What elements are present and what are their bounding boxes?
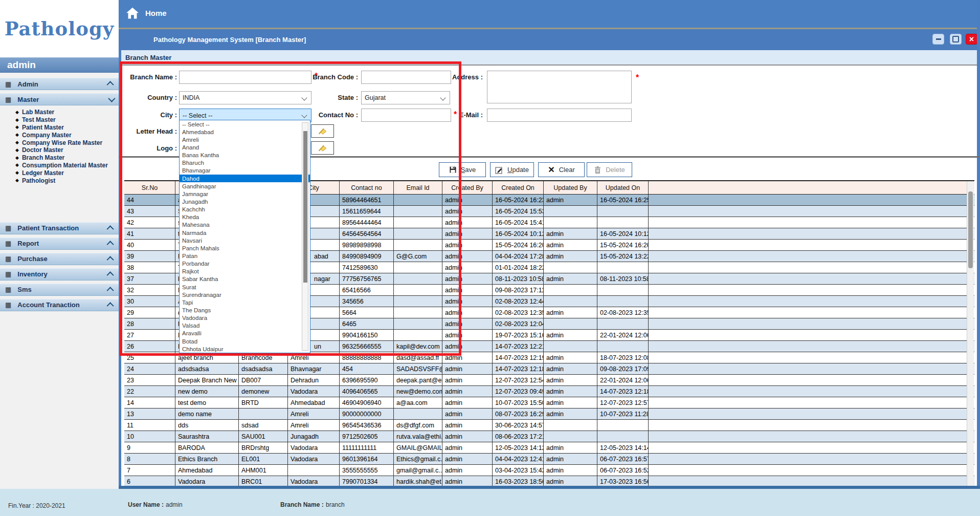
state-select[interactable]: Gujarat: [361, 91, 450, 104]
table-row[interactable]: 23Deepak Branch NewDB007Dehradun63966955…: [124, 375, 974, 386]
sidebar-group-purchase[interactable]: ▦Purchase: [0, 253, 119, 265]
sidebar-group-inventory[interactable]: ▦Inventory: [0, 268, 119, 281]
table-row[interactable]: 14test demoBRTDAhmedabad46904906940a@aa.…: [124, 397, 974, 408]
update-button[interactable]: Update: [490, 162, 534, 177]
sidebar-group-admin[interactable]: ▦Admin: [0, 78, 119, 90]
sidebar-group-account-tranaction[interactable]: ▦Account Tranaction: [0, 299, 119, 311]
dropdown-scrollbar[interactable]: [302, 122, 308, 351]
table-cell: Ethics@gmail.c...: [394, 454, 442, 464]
sidebar-item-ledger-master[interactable]: ◆Ledger Master: [0, 169, 119, 177]
city-option[interactable]: Patan: [180, 252, 310, 260]
sidebar-item-branch-master[interactable]: ◆Branch Master: [0, 154, 119, 162]
column-header[interactable]: Contact no: [340, 181, 394, 194]
city-option[interactable]: Chhota Udaipur: [180, 345, 310, 353]
sidebar-item-test-master[interactable]: ◆Test Master: [0, 116, 119, 124]
table-cell: GMAIL@GMAIL...: [394, 442, 442, 453]
city-option[interactable]: Gandhinagar: [180, 182, 310, 190]
branch-name-input[interactable]: [179, 71, 311, 84]
email-input[interactable]: [487, 109, 632, 122]
city-option[interactable]: Banas Kantha: [180, 152, 310, 159]
sidebar-group-patient-transaction[interactable]: ▦Patient Transaction: [0, 222, 119, 234]
close-button[interactable]: ×: [966, 34, 977, 45]
maximize-button[interactable]: [950, 34, 962, 45]
save-button[interactable]: Save: [439, 162, 486, 177]
table-cell: Junagadh: [288, 431, 340, 442]
delete-button[interactable]: Delete: [587, 162, 632, 177]
city-option[interactable]: Kachchh: [180, 206, 310, 213]
column-header[interactable]: Updated On: [597, 181, 649, 194]
city-option[interactable]: Valsad: [180, 322, 310, 330]
city-option[interactable]: Mahesana: [180, 221, 310, 229]
table-row[interactable]: 8Ethics BranchEL001Vadodara9601396164Eth…: [124, 454, 974, 465]
city-option[interactable]: Bhavnagar: [180, 167, 310, 175]
layers-icon: ◆: [15, 118, 19, 122]
clear-button[interactable]: ✕ Clear: [538, 162, 585, 177]
table-cell: BRDrshtg: [239, 442, 288, 453]
table-scrollbar[interactable]: [967, 181, 974, 486]
city-option[interactable]: Tapi: [180, 298, 310, 306]
city-option[interactable]: Kheda: [180, 213, 310, 221]
column-header[interactable]: Created By: [442, 181, 493, 194]
brush-icon: [317, 127, 328, 136]
column-header[interactable]: Email Id: [394, 181, 442, 194]
dropdown-scrollbar-thumb[interactable]: [303, 131, 307, 283]
city-option[interactable]: Vadodara: [180, 314, 310, 322]
table-row[interactable]: 9BARODABRDrshtgVadodara11111111111GMAIL@…: [124, 442, 974, 454]
sidebar-group-report[interactable]: ▦Report: [0, 238, 119, 250]
sidebar-item-patient-master[interactable]: ◆Patient Master: [0, 124, 119, 132]
panel-border: [119, 50, 121, 486]
city-option[interactable]: Panch Mahals: [180, 244, 310, 252]
table-scrollbar-thumb[interactable]: [968, 191, 973, 268]
table-row[interactable]: 13demo nameAmreli90000000000admin08-07-2…: [124, 408, 974, 420]
city-option[interactable]: -- Select --: [180, 120, 310, 128]
sidebar-item-consumption-material-master[interactable]: ◆Consumption Material Master: [0, 162, 119, 169]
table-cell: Vadodara: [175, 476, 239, 487]
city-option[interactable]: Anand: [180, 143, 310, 151]
table-row[interactable]: 7AhmedabadAHM0013555555555gmail@gmail.c.…: [124, 465, 974, 476]
sidebar-group-master[interactable]: ▦Master: [0, 93, 119, 105]
city-option[interactable]: Amreli: [180, 136, 310, 143]
column-header[interactable]: Sr.No: [124, 181, 175, 194]
sidebar-item-company-wise-rate-master[interactable]: ◆Company Wise Rate Master: [0, 139, 119, 146]
city-option[interactable]: Aravalli: [180, 330, 310, 337]
city-option[interactable]: Surendranagar: [180, 291, 310, 298]
address-input[interactable]: [487, 71, 632, 103]
country-select[interactable]: INDIA: [179, 91, 311, 104]
city-option[interactable]: Narmada: [180, 229, 310, 236]
table-cell: Deepak Branch New: [175, 375, 239, 385]
table-cell: [394, 307, 442, 318]
column-header[interactable]: Updated By: [544, 181, 597, 194]
city-option[interactable]: Surat: [180, 283, 310, 291]
city-option[interactable]: Navsari: [180, 236, 310, 244]
home-icon[interactable]: [126, 7, 139, 22]
city-option[interactable]: The Dangs: [180, 306, 310, 314]
home-link[interactable]: Home: [145, 9, 167, 17]
minimize-button[interactable]: [932, 34, 944, 45]
sidebar-item-pathologist[interactable]: ◆Pathologist: [0, 177, 119, 184]
table-row[interactable]: 25ajeet branchBranhcodeAmreli88888888888…: [124, 352, 974, 363]
table-row[interactable]: 11ddssdsadAmreli96545436536ds@dfgf.comad…: [124, 420, 974, 431]
table-cell: [544, 318, 597, 329]
table-row[interactable]: 22new demodemonewVadodara4096406565new@d…: [124, 386, 974, 397]
sidebar-item-lab-master[interactable]: ◆Lab Master: [0, 109, 119, 116]
city-option[interactable]: Sabar Kantha: [180, 275, 310, 283]
city-option[interactable]: Porbandar: [180, 260, 310, 268]
table-cell: [544, 217, 597, 228]
table-row[interactable]: 24adsdsadsadsadsadsaBhavnagar454SADADSVS…: [124, 363, 974, 375]
sidebar-group-sms[interactable]: ▦Sms: [0, 284, 119, 296]
letter-head-browse-button[interactable]: [311, 124, 334, 138]
city-option[interactable]: Botad: [180, 337, 310, 345]
city-option[interactable]: Bharuch: [180, 159, 310, 167]
table-row[interactable]: 10SaurashtraSAU001Junagadh9712502605rutv…: [124, 431, 974, 442]
city-option[interactable]: Dahod: [180, 175, 310, 182]
sidebar-item-company-master[interactable]: ◆Company Master: [0, 131, 119, 139]
film-icon: ▦: [5, 81, 11, 88]
logo-browse-button[interactable]: [311, 141, 334, 155]
city-option[interactable]: Ahmedabad: [180, 128, 310, 136]
city-option[interactable]: Junagadh: [180, 198, 310, 205]
sidebar: Pathology admin ▦Admin▦Master◆Lab Master…: [0, 0, 119, 516]
city-option[interactable]: Jamnagar: [180, 190, 310, 198]
sidebar-item-doctor-master[interactable]: ◆Doctor Master: [0, 146, 119, 154]
city-option[interactable]: Rajkot: [180, 268, 310, 275]
column-header[interactable]: Created On: [493, 181, 544, 194]
